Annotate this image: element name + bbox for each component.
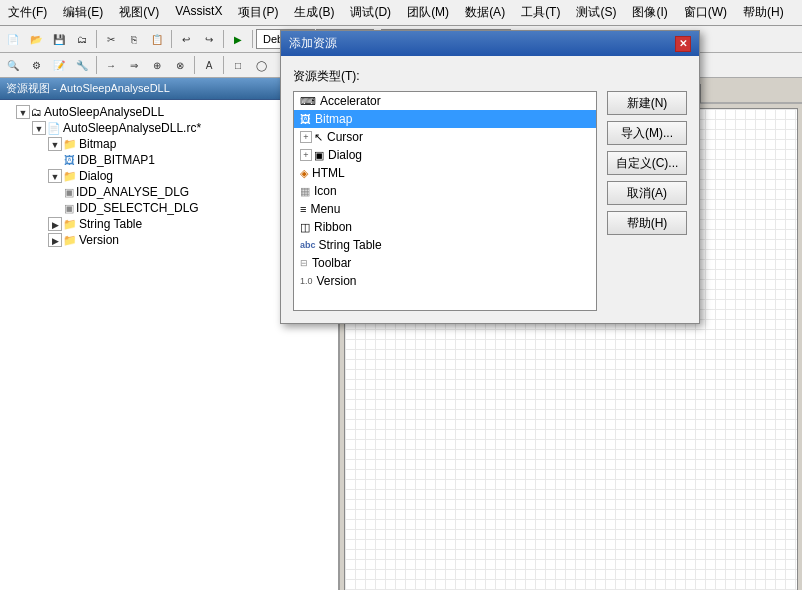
res-item-bitmap[interactable]: 🖼 Bitmap	[294, 110, 596, 128]
tb2-btn5[interactable]: →	[100, 54, 122, 76]
tb2-btn8[interactable]: ⊗	[169, 54, 191, 76]
cursor-icon: ↖	[314, 131, 323, 144]
tb2-btn11[interactable]: ◯	[250, 54, 272, 76]
res-item-icon[interactable]: ▦ Icon	[294, 182, 596, 200]
save-all-btn[interactable]: 🗂	[71, 28, 93, 50]
idd-analyse-label: IDD_ANALYSE_DLG	[76, 185, 189, 199]
tb2-btn7[interactable]: ⊕	[146, 54, 168, 76]
sep4	[252, 30, 253, 48]
menu-icon: ≡	[300, 203, 306, 215]
save-btn[interactable]: 💾	[48, 28, 70, 50]
root-expand[interactable]: ▼	[16, 105, 30, 119]
version-expand[interactable]: ▶	[48, 233, 62, 247]
version-res-label: Version	[317, 274, 357, 288]
string-folder-icon: 📁	[63, 218, 77, 231]
tb2-btn4[interactable]: 🔧	[71, 54, 93, 76]
menu-team[interactable]: 团队(M)	[403, 2, 453, 23]
root-icon: 🗂	[31, 106, 42, 118]
dialog-item-icon: ▣	[64, 186, 74, 199]
dialog-import-btn[interactable]: 导入(M)...	[607, 121, 687, 145]
dialog-close-btn[interactable]: ✕	[675, 36, 691, 52]
add-resource-dialog: 添加资源 ✕ 资源类型(T): ⌨ Accelerator 🖼 Bitmap +	[280, 30, 700, 324]
res-item-accelerator[interactable]: ⌨ Accelerator	[294, 92, 596, 110]
string-expand[interactable]: ▶	[48, 217, 62, 231]
bitmap-folder-icon: 📁	[63, 138, 77, 151]
menu-view[interactable]: 视图(V)	[115, 2, 163, 23]
tb2-btn10[interactable]: □	[227, 54, 249, 76]
version-label: Version	[79, 233, 119, 247]
sep3	[223, 30, 224, 48]
res-item-dialog[interactable]: + ▣ Dialog	[294, 146, 596, 164]
dialog-new-btn[interactable]: 新建(N)	[607, 91, 687, 115]
cut-btn[interactable]: ✂	[100, 28, 122, 50]
res-bitmap-label: Bitmap	[315, 112, 352, 126]
tb2-btn9[interactable]: A	[198, 54, 220, 76]
menu-help[interactable]: 帮助(H)	[739, 2, 788, 23]
menu-project[interactable]: 项目(P)	[234, 2, 282, 23]
html-label: HTML	[312, 166, 345, 180]
dialog-expand[interactable]: ▼	[48, 169, 62, 183]
res-bitmap-icon: 🖼	[300, 113, 311, 125]
icon-label: Icon	[314, 184, 337, 198]
cursor-label: Cursor	[327, 130, 363, 144]
dialog-folder-label: Dialog	[79, 169, 113, 183]
cursor-expand-icon: +	[300, 131, 312, 143]
res-item-toolbar[interactable]: ⊟ Toolbar	[294, 254, 596, 272]
accelerator-icon: ⌨	[300, 95, 316, 108]
menu-vassistx[interactable]: VAssistX	[171, 2, 226, 23]
accelerator-label: Accelerator	[320, 94, 381, 108]
bitmap-item-icon: 🖼	[64, 154, 75, 166]
res-dialog-label: Dialog	[328, 148, 362, 162]
tb2-btn6[interactable]: ⇒	[123, 54, 145, 76]
res-item-string-table[interactable]: abc String Table	[294, 236, 596, 254]
menu-edit[interactable]: 编辑(E)	[59, 2, 107, 23]
tb2-btn2[interactable]: ⚙	[25, 54, 47, 76]
dialog-buttons: 新建(N) 导入(M)... 自定义(C)... 取消(A) 帮助(H)	[607, 91, 687, 311]
menu-image[interactable]: 图像(I)	[628, 2, 671, 23]
tb2-btn1[interactable]: 🔍	[2, 54, 24, 76]
res-item-menu[interactable]: ≡ Menu	[294, 200, 596, 218]
res-item-version[interactable]: 1.0 Version	[294, 272, 596, 290]
icon-icon: ▦	[300, 185, 310, 198]
menu-debug[interactable]: 调试(D)	[346, 2, 395, 23]
ribbon-label: Ribbon	[314, 220, 352, 234]
res-item-cursor[interactable]: + ↖ Cursor	[294, 128, 596, 146]
sep2	[171, 30, 172, 48]
dialog-title: 添加资源	[289, 35, 337, 52]
menu-tools[interactable]: 工具(T)	[517, 2, 564, 23]
dialog-titlebar: 添加资源 ✕	[281, 31, 699, 56]
menu-window[interactable]: 窗口(W)	[680, 2, 731, 23]
rc-expand[interactable]: ▼	[32, 121, 46, 135]
resource-type-label: 资源类型(T):	[293, 68, 687, 85]
sep7	[194, 56, 195, 74]
tb2-btn3[interactable]: 📝	[48, 54, 70, 76]
sep1	[96, 30, 97, 48]
menu-data[interactable]: 数据(A)	[461, 2, 509, 23]
rc-icon: 📄	[47, 122, 61, 135]
dialog-custom-btn[interactable]: 自定义(C)...	[607, 151, 687, 175]
undo-btn[interactable]: ↩	[175, 28, 197, 50]
sep6	[96, 56, 97, 74]
panel-title-label: 资源视图 - AutoSleepAnalyseDLL	[6, 81, 170, 96]
res-item-ribbon[interactable]: ◫ Ribbon	[294, 218, 596, 236]
toolbar-res-label: Toolbar	[312, 256, 351, 270]
open-btn[interactable]: 📂	[25, 28, 47, 50]
new-btn[interactable]: 📄	[2, 28, 24, 50]
menu-test[interactable]: 测试(S)	[572, 2, 620, 23]
copy-btn[interactable]: ⎘	[123, 28, 145, 50]
dialog-content: ⌨ Accelerator 🖼 Bitmap + ↖ Cursor + ▣	[293, 91, 687, 311]
bitmap-expand[interactable]: ▼	[48, 137, 62, 151]
dialog-expand-icon: +	[300, 149, 312, 161]
res-item-html[interactable]: ◈ HTML	[294, 164, 596, 182]
dialog-item2-icon: ▣	[64, 202, 74, 215]
dialog-help-btn[interactable]: 帮助(H)	[607, 211, 687, 235]
paste-btn[interactable]: 📋	[146, 28, 168, 50]
redo-btn[interactable]: ↪	[198, 28, 220, 50]
idd-selectch-label: IDD_SELECTCH_DLG	[76, 201, 199, 215]
menu-build[interactable]: 生成(B)	[290, 2, 338, 23]
menu-file[interactable]: 文件(F)	[4, 2, 51, 23]
run-btn[interactable]: ▶	[227, 28, 249, 50]
resource-list[interactable]: ⌨ Accelerator 🖼 Bitmap + ↖ Cursor + ▣	[293, 91, 597, 311]
dialog-cancel-btn[interactable]: 取消(A)	[607, 181, 687, 205]
bitmap-folder-label: Bitmap	[79, 137, 116, 151]
